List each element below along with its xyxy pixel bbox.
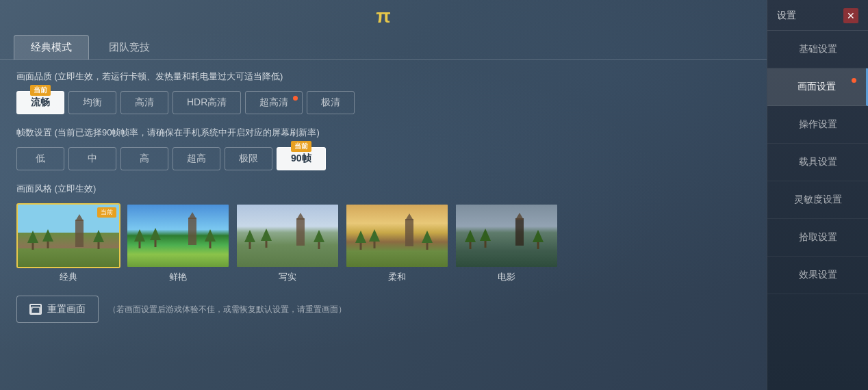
fps-section: 帧数设置 (当前已选择90帧帧率，请确保在手机系统中开启对应的屏幕刷新率) 低 … xyxy=(16,127,750,170)
quality-current-badge: 当前 xyxy=(30,85,51,96)
style-realistic-label: 写实 xyxy=(279,271,296,283)
main-panel: π 经典模式 团队竞技 画面品质 (立即生效，若运行卡顿、发热量和耗电量过大可适… xyxy=(0,0,767,390)
sidebar: 设置 ✕ 基础设置 画面设置 操作设置 载具设置 灵敏度设置 拾取设置 效果设置 xyxy=(767,0,868,390)
style-section: 画面风格 (立即生效) 当前 经典 xyxy=(16,183,750,283)
reset-label: 重置画面 xyxy=(47,303,86,315)
sidebar-item-effects[interactable]: 效果设置 xyxy=(767,257,868,294)
style-vivid-thumb xyxy=(126,203,230,268)
style-cinematic-thumb xyxy=(455,203,559,268)
quality-option-hd[interactable]: 高清 xyxy=(120,91,168,114)
reset-button[interactable]: 重置画面 xyxy=(16,296,99,323)
style-cinematic-item[interactable]: 电影 xyxy=(455,203,559,283)
quality-option-ultra[interactable]: 超高清 xyxy=(245,91,303,114)
style-classic-thumb: 当前 xyxy=(16,203,120,268)
fps-option-ultrahigh[interactable]: 超高 xyxy=(173,147,220,170)
sidebar-item-pickup[interactable]: 拾取设置 xyxy=(767,219,868,257)
style-soft-label: 柔和 xyxy=(388,271,406,283)
sidebar-item-pickup-label: 拾取设置 xyxy=(799,231,837,242)
reset-hint: （若画面设置后游戏体验不佳，或需恢复默认设置，请重置画面） xyxy=(108,304,346,315)
fps-option-max[interactable]: 极限 xyxy=(225,147,272,170)
sidebar-item-display[interactable]: 画面设置 xyxy=(767,68,868,106)
quality-option-smooth[interactable]: 当前 流畅 xyxy=(16,91,64,114)
fps-option-low[interactable]: 低 xyxy=(16,147,64,170)
tab-team[interactable]: 团队竞技 xyxy=(92,35,167,60)
style-vivid-item[interactable]: 鲜艳 xyxy=(126,203,230,283)
reset-icon xyxy=(29,304,42,315)
sidebar-header: 设置 ✕ xyxy=(767,0,868,31)
thumbnails-row: 当前 经典 鲜艳 xyxy=(16,203,750,283)
quality-title: 画面品质 (立即生效，若运行卡顿、发热量和耗电量过大可适当降低) xyxy=(16,70,750,83)
reset-row: 重置画面 （若画面设置后游戏体验不佳，或需恢复默认设置，请重置画面） xyxy=(16,296,750,323)
quality-option-balanced[interactable]: 均衡 xyxy=(68,91,116,114)
sidebar-item-display-label: 画面设置 xyxy=(797,81,836,92)
display-dot xyxy=(852,78,856,83)
style-vivid-label: 鲜艳 xyxy=(169,271,187,283)
style-classic-item[interactable]: 当前 经典 xyxy=(16,203,120,283)
sidebar-item-control-label: 操作设置 xyxy=(799,118,837,129)
style-classic-badge: 当前 xyxy=(97,207,116,218)
settings-content: 画面品质 (立即生效，若运行卡顿、发热量和耗电量过大可适当降低) 当前 流畅 均… xyxy=(0,60,767,385)
style-realistic-item[interactable]: 写实 xyxy=(235,203,340,283)
logo-icon: π xyxy=(376,5,390,27)
sidebar-item-basic[interactable]: 基础设置 xyxy=(767,31,868,68)
tab-classic[interactable]: 经典模式 xyxy=(14,35,89,60)
style-soft-item[interactable]: 柔和 xyxy=(345,203,449,283)
sidebar-item-sensitivity-label: 灵敏度设置 xyxy=(794,194,842,205)
close-icon: ✕ xyxy=(847,10,855,21)
style-soft-thumb xyxy=(345,203,449,268)
sidebar-item-effects-label: 效果设置 xyxy=(799,269,837,280)
quality-option-hdr[interactable]: HDR高清 xyxy=(173,91,241,114)
quality-section: 画面品质 (立即生效，若运行卡顿、发热量和耗电量过大可适当降低) 当前 流畅 均… xyxy=(16,70,750,114)
fps-title: 帧数设置 (当前已选择90帧帧率，请确保在手机系统中开启对应的屏幕刷新率) xyxy=(16,127,750,139)
sidebar-item-basic-label: 基础设置 xyxy=(799,43,837,54)
svg-rect-0 xyxy=(31,307,40,313)
style-realistic-thumb xyxy=(235,203,340,268)
fps-current-badge: 当前 xyxy=(291,141,311,152)
fps-option-high[interactable]: 高 xyxy=(120,147,168,170)
fps-option-mid[interactable]: 中 xyxy=(68,147,116,170)
close-button[interactable]: ✕ xyxy=(843,8,858,23)
quality-options-row: 当前 流畅 均衡 高清 HDR高清 超高清 极清 xyxy=(16,91,750,114)
sidebar-item-vehicle-label: 载具设置 xyxy=(799,156,837,167)
fps-options-row: 低 中 高 超高 极限 当前 90帧 xyxy=(16,147,750,170)
style-cinematic-label: 电影 xyxy=(498,271,515,283)
style-title: 画面风格 (立即生效) xyxy=(16,183,750,195)
sidebar-item-vehicle[interactable]: 载具设置 xyxy=(767,144,868,181)
style-classic-label: 经典 xyxy=(60,271,77,283)
logo-area: π xyxy=(376,5,390,27)
sidebar-item-sensitivity[interactable]: 灵敏度设置 xyxy=(767,181,868,219)
quality-option-extreme[interactable]: 极清 xyxy=(307,91,355,114)
sidebar-title: 设置 xyxy=(777,10,796,22)
sidebar-item-control[interactable]: 操作设置 xyxy=(767,106,868,144)
fps-option-90[interactable]: 当前 90帧 xyxy=(277,147,326,170)
ultra-dot xyxy=(293,96,298,101)
